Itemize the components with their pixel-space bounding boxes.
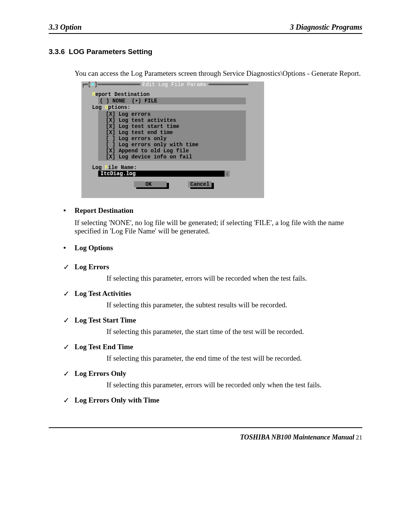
sub-title: Log Errors Only	[75, 369, 126, 378]
bullet-title: Log Options	[75, 244, 362, 252]
bullet-icon: •	[63, 206, 75, 235]
header-left: 3.3 Option	[49, 23, 82, 32]
sub-log-test-end-time: ✓ Log Test End Time	[63, 343, 362, 351]
sub-desc: If selecting this parameter, errors will…	[107, 274, 362, 283]
sub-log-test-start-time: ✓ Log Test Start Time	[63, 316, 362, 324]
check-icon: ✓	[63, 263, 75, 271]
check-icon: ✓	[63, 289, 75, 298]
section-title: LOG Parameters Setting	[69, 48, 153, 56]
screenshot-dialog: ╒═[■]═══════════════ Edit Log File Param…	[79, 81, 266, 198]
footer-manual: TOSHIBA NB100 Maintenance Manual	[240, 433, 354, 441]
sub-title: Log Test Start Time	[75, 316, 136, 324]
header-rule	[49, 33, 362, 34]
sub-title: Log Test Activities	[75, 289, 131, 298]
bullet-report-destination: • Report Destination If selecting 'NONE'…	[63, 206, 362, 235]
ok-button[interactable]: OK	[134, 181, 167, 187]
sub-desc: If selecting this parameter, the start t…	[107, 328, 362, 336]
opt-log-errors-only[interactable]: [ ] Log errors only	[106, 136, 244, 142]
bullet-log-options: • Log Options	[63, 244, 362, 256]
cancel-button[interactable]: Cancel	[188, 181, 212, 187]
page-header: 3.3 Option 3 Diagnostic Programs	[49, 23, 362, 32]
radio-none-label[interactable]: NONE	[113, 98, 126, 104]
sub-log-errors-only: ✓ Log Errors Only	[63, 369, 362, 378]
sub-desc: If selecting this parameter, errors will…	[107, 381, 362, 389]
opt-log-test-end-time[interactable]: [X] Log test end time	[106, 129, 244, 136]
dialog-title: Edit Log File Params	[140, 81, 209, 88]
log-options-group[interactable]: [X] Log errors [X] Log test activites [X…	[98, 110, 246, 161]
footer-rule	[49, 427, 362, 428]
bullet-desc: If selecting 'NONE', no log file will be…	[75, 219, 362, 235]
footer-page: 21	[354, 434, 362, 441]
section-heading: 3.3.6 LOG Parameters Setting	[49, 48, 362, 56]
header-right: 3 Diagnostic Programs	[290, 23, 362, 32]
opt-append-old-log[interactable]: [X] Append to old Log file	[106, 148, 244, 154]
section-intro: You can access the Log Parameters screen…	[75, 69, 362, 78]
opt-log-test-activities[interactable]: [X] Log test activites	[106, 117, 244, 123]
report-destination-group[interactable]: ( ) NONE (•) FILE	[98, 97, 246, 104]
sub-log-errors: ✓ Log Errors	[63, 263, 362, 271]
opt-log-device-info[interactable]: [X] Log device info on fail	[106, 154, 244, 160]
footer: TOSHIBA NB100 Maintenance Manual21	[49, 433, 362, 441]
check-icon: ✓	[63, 316, 75, 324]
log-file-name-input[interactable]: ItcDiag.log	[98, 171, 225, 177]
section-number: 3.3.6	[49, 48, 65, 56]
check-icon: ✓	[63, 369, 75, 378]
opt-log-test-start-time[interactable]: [X] Log test start time	[106, 123, 244, 129]
sub-title: Log Errors Only with Time	[75, 396, 159, 404]
log-file-name-label: Log File Name:	[92, 165, 253, 171]
bullet-title: Report Destination	[75, 206, 362, 215]
sub-title: Log Errors	[75, 263, 109, 271]
dialog-title-bar: ╒═[■]═══════════════ Edit Log File Param…	[81, 81, 264, 88]
sub-desc: If selecting this parameter, the end tim…	[107, 354, 362, 363]
log-options-label: Log Options:	[92, 104, 253, 110]
check-icon: ✓	[63, 343, 75, 351]
radio-file-label[interactable]: FILE	[145, 98, 158, 104]
bullet-icon: •	[63, 244, 75, 256]
sub-log-test-activities: ✓ Log Test Activities	[63, 289, 362, 298]
sub-title: Log Test End Time	[75, 343, 133, 351]
opt-log-errors[interactable]: [X] Log errors	[106, 111, 244, 117]
opt-log-errors-only-time[interactable]: [ ] Log errors only with time	[106, 142, 244, 148]
check-icon: ✓	[63, 396, 75, 404]
report-destination-label: Report Destination	[92, 91, 253, 97]
sub-log-errors-only-time: ✓ Log Errors Only with Time	[63, 396, 362, 404]
history-down-icon[interactable]: ↓	[225, 171, 230, 177]
sub-desc: If selecting this parameter, the subtest…	[107, 301, 362, 309]
